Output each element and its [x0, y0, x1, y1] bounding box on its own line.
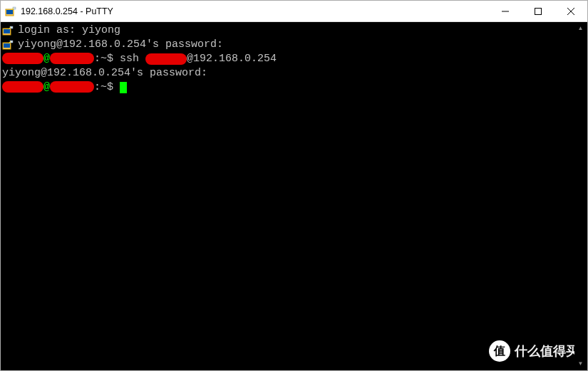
terminal[interactable]: login as: yiyong yiyong@192.168.0.254's … — [1, 22, 587, 370]
window-controls — [489, 1, 587, 22]
terminal-line-4: yiyong@192.168.0.254's password: — [2, 66, 586, 80]
session-icon — [2, 25, 14, 36]
terminal-line-1: login as: yiyong — [2, 23, 586, 38]
password-prompt-2: yiyong@192.168.0.254's password: — [2, 66, 207, 80]
scroll-track[interactable] — [574, 34, 587, 357]
watermark-text: 什么值得买 — [515, 344, 579, 358]
redacted-user — [145, 53, 187, 65]
login-prompt: login as: — [18, 23, 82, 38]
titlebar[interactable]: 192.168.0.254 - PuTTY — [1, 1, 587, 22]
prompt-user-redacted: @ — [2, 52, 94, 66]
prompt-user-redacted-2: @ — [2, 80, 94, 95]
svg-rect-1 — [6, 10, 13, 14]
watermark: 值 什么值得买 — [489, 340, 579, 362]
watermark-badge: 值 — [489, 340, 510, 362]
scrollbar[interactable]: ▲ ▼ — [574, 22, 587, 370]
terminal-line-3: @:~$ ssh @192.168.0.254 — [2, 52, 586, 66]
window-title: 192.168.0.254 - PuTTY — [21, 6, 489, 16]
terminal-line-5: @:~$ — [2, 80, 586, 95]
scroll-up-icon[interactable]: ▲ — [574, 22, 587, 34]
password-prompt-1: yiyong@192.168.0.254's password: — [18, 38, 223, 52]
maximize-button[interactable] — [522, 1, 555, 22]
svg-rect-13 — [4, 43, 10, 48]
terminal-line-2: yiyong@192.168.0.254's password: — [2, 38, 586, 52]
putty-window: 192.168.0.254 - PuTTY login as: yiyong — [0, 0, 588, 371]
prompt-path: :~$ — [94, 52, 120, 66]
svg-rect-5 — [535, 8, 542, 14]
login-user: yiyong — [82, 23, 120, 38]
ssh-target: @192.168.0.254 — [187, 52, 277, 66]
cursor — [120, 82, 127, 93]
putty-icon — [5, 6, 16, 17]
scroll-down-icon[interactable]: ▼ — [574, 357, 587, 370]
ssh-command: ssh — [120, 52, 145, 66]
minimize-button[interactable] — [489, 1, 522, 22]
session-icon — [2, 39, 14, 51]
close-button[interactable] — [555, 1, 587, 22]
svg-rect-9 — [4, 29, 10, 33]
prompt-path-2: :~$ — [94, 80, 120, 95]
